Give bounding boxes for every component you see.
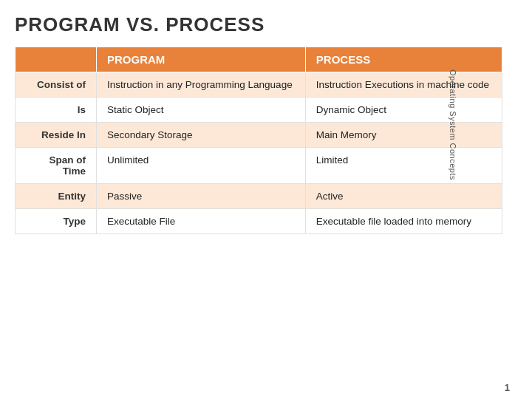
row-process: Main Memory — [305, 123, 502, 148]
row-program: Static Object — [97, 98, 306, 123]
row-process: Dynamic Object — [305, 98, 502, 123]
row-label: Is — [16, 98, 97, 123]
table-row: Span of TimeUnlimitedLimited — [16, 148, 502, 184]
row-label: Entity — [16, 184, 97, 209]
row-program: Unlimited — [97, 148, 306, 184]
row-program: Secondary Storage — [97, 123, 306, 148]
page-title: Program vs. Process — [15, 13, 517, 36]
header-process: PROCESS — [305, 47, 502, 72]
table-row: EntityPassiveActive — [16, 184, 502, 209]
row-process: Instruction Executions in machine code — [305, 72, 502, 98]
row-process: Limited — [305, 148, 502, 184]
table-row: Consist ofInstruction in any Programming… — [16, 72, 502, 98]
page-container: Program vs. Process PROGRAM PROCESS Cons… — [0, 0, 532, 399]
side-label: Operating System Concepts — [449, 69, 457, 180]
table-row: TypeExecutable FileExecutable file loade… — [16, 209, 502, 234]
row-label: Consist of — [16, 72, 97, 98]
row-program: Instruction in any Programming Language — [97, 72, 306, 98]
row-label: Type — [16, 209, 97, 234]
row-process: Executable file loaded into memory — [305, 209, 502, 234]
row-program: Passive — [97, 184, 306, 209]
row-label: Reside In — [16, 123, 97, 148]
header-program: PROGRAM — [97, 47, 306, 72]
table-row: Reside InSecondary StorageMain Memory — [16, 123, 502, 148]
comparison-table: PROGRAM PROCESS Consist ofInstruction in… — [15, 47, 502, 234]
table-row: IsStatic ObjectDynamic Object — [16, 98, 502, 123]
row-label: Span of Time — [16, 148, 97, 184]
header-empty — [16, 47, 97, 72]
page-number: 1 — [505, 382, 510, 393]
row-process: Active — [305, 184, 502, 209]
row-program: Executable File — [97, 209, 306, 234]
